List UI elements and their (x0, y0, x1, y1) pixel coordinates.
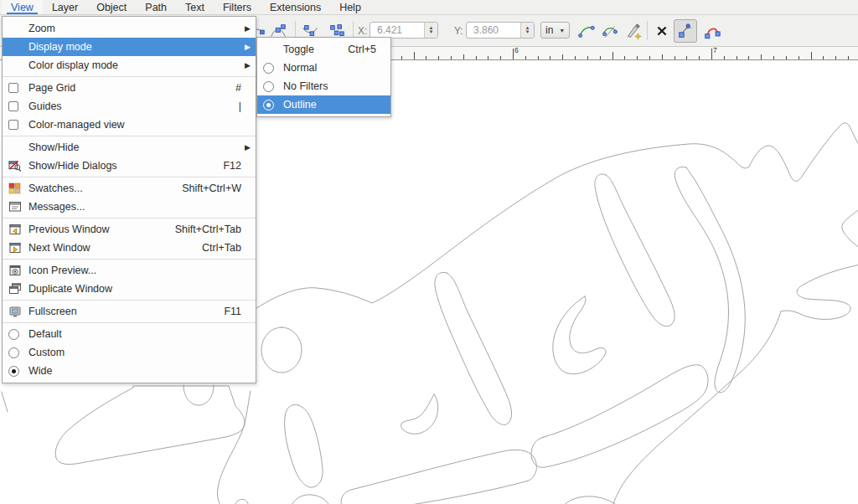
menu-item-normal[interactable]: Normal (257, 59, 390, 77)
symmetric-node-icon[interactable] (600, 21, 620, 41)
menubar-item-object[interactable]: Object (87, 0, 136, 14)
smooth-node-icon[interactable] (576, 21, 597, 41)
radio-wide[interactable] (8, 366, 19, 377)
menu-item-color-managed-view[interactable]: Color-managed view (3, 116, 256, 134)
menu-item-page-grid[interactable]: Page Grid# (3, 79, 256, 97)
transform-handles-icon[interactable] (652, 21, 672, 41)
menu-item-wide[interactable]: Wide (3, 362, 256, 380)
menu-item-show-hide[interactable]: Show/Hide▶ (3, 138, 256, 157)
ruler-tick (476, 56, 477, 59)
x-spin-buttons[interactable]: ▲▼ (424, 23, 437, 38)
menu-item-shortcut: # (220, 82, 241, 94)
menubar-item-text[interactable]: Text (176, 0, 214, 14)
checkbox-color-managed-view[interactable] (8, 120, 18, 130)
menu-item-custom[interactable]: Custom (3, 343, 256, 362)
submenu-arrow-icon: ▶ (241, 61, 251, 69)
menu-item-swatches[interactable]: Swatches...Shift+Ctrl+W (3, 179, 256, 198)
menubar-item-extensions[interactable]: Extensions (261, 0, 330, 14)
ruler-tick (835, 56, 836, 59)
ruler-tick (587, 56, 588, 59)
menu-separator (3, 218, 256, 219)
menu-item-toggle[interactable]: ToggleCtrl+5 (257, 40, 390, 59)
y-coordinate-spinbox[interactable]: 3.860 ▲▼ (466, 22, 535, 39)
messages-icon (8, 200, 22, 213)
menu-item-label: Show/Hide Dialogs (28, 160, 117, 172)
checkbox-page-grid[interactable] (8, 83, 18, 93)
ruler-tick (463, 54, 464, 60)
menu-item-label: Wide (28, 365, 52, 377)
radio-normal[interactable] (263, 63, 274, 74)
radio-default[interactable] (8, 329, 19, 340)
ruler-tick (737, 56, 737, 59)
menu-item-zoom[interactable]: Zoom▶ (3, 19, 256, 38)
y-coordinate-value: 3.860 (467, 24, 520, 36)
menu-item-icon-preview[interactable]: Icon Preview... (3, 261, 256, 280)
menu-item-label: Swatches... (28, 183, 83, 194)
menubar-item-layer[interactable]: Layer (43, 0, 87, 14)
show-handles-icon[interactable] (674, 19, 697, 43)
ruler-tick (451, 56, 452, 59)
ruler-tick (761, 54, 762, 60)
menu-item-guides[interactable]: Guides| (3, 97, 256, 116)
menu-separator (3, 177, 256, 177)
menubar-item-view[interactable]: View (2, 0, 43, 14)
menu-item-label: Page Grid (28, 82, 75, 94)
menu-separator (3, 322, 256, 323)
ruler-tick (624, 56, 625, 59)
ruler-tick (438, 56, 439, 59)
ruler-tick (538, 56, 539, 59)
menubar-item-help[interactable]: Help (330, 0, 370, 14)
menu-item-show-hide-dialogs[interactable]: Show/Hide DialogsF12 (3, 157, 256, 175)
ruler-tick (724, 56, 725, 59)
y-spin-buttons[interactable]: ▲▼ (520, 23, 534, 38)
effect-param-icon[interactable] (623, 21, 644, 41)
menu-item-fullscreen[interactable]: FullscreenF11 (3, 302, 256, 321)
menu-item-label: Next Window (28, 242, 90, 254)
menubar-item-filters[interactable]: Filters (214, 0, 261, 14)
menu-item-messages[interactable]: Messages... (3, 198, 256, 216)
menu-item-previous-window[interactable]: Previous WindowShift+Ctrl+Tab (3, 220, 256, 239)
ruler-tick (799, 56, 799, 59)
menubar: ViewLayerObjectPathTextFiltersExtensions… (0, 0, 858, 15)
display-mode-submenu: ToggleCtrl+5NormalNo FiltersOutline (256, 37, 391, 117)
ruler-tick (426, 56, 426, 59)
ruler-tick (811, 52, 812, 59)
path-outline-icon[interactable] (702, 21, 722, 41)
ruler-tick (562, 54, 563, 60)
ruler-tick (488, 56, 488, 59)
unit-dropdown[interactable]: in ▼ (540, 22, 570, 39)
next-window-icon (8, 241, 22, 255)
submenu-arrow-icon: ▶ (241, 24, 251, 33)
menu-item-shortcut: F12 (208, 160, 241, 172)
menu-separator (3, 136, 256, 136)
fullscreen-icon (8, 305, 22, 318)
menu-item-label: Custom (28, 347, 65, 358)
menu-item-label: Icon Preview... (28, 265, 96, 276)
menu-item-outline[interactable]: Outline (257, 95, 390, 114)
menubar-item-path[interactable]: Path (136, 0, 176, 14)
menu-item-color-display-mode[interactable]: Color display mode▶ (3, 56, 256, 75)
menu-item-shortcut: Shift+Ctrl+Tab (160, 224, 241, 235)
menu-item-label: Guides (28, 100, 62, 112)
menu-item-shortcut: | (224, 100, 241, 112)
x-coordinate-spinbox[interactable]: 6.421 ▲▼ (370, 22, 438, 39)
menu-item-label: Default (28, 328, 62, 340)
checkbox-guides[interactable] (8, 101, 18, 111)
menu-item-no-filters[interactable]: No Filters (257, 77, 390, 95)
radio-custom[interactable] (8, 347, 19, 358)
ruler-tick (525, 56, 526, 59)
menu-item-next-window[interactable]: Next WindowCtrl+Tab (3, 239, 256, 257)
submenu-arrow-icon: ▶ (241, 43, 251, 51)
radio-outline[interactable] (263, 100, 274, 111)
ruler-tick (823, 56, 824, 59)
ruler-tick (649, 56, 650, 59)
radio-no-filters[interactable] (263, 81, 274, 92)
menu-item-duplicate-window[interactable]: Duplicate Window (3, 280, 256, 298)
menu-item-label: Previous Window (28, 224, 110, 235)
ruler-tick (513, 49, 514, 59)
ruler-tick (550, 56, 550, 59)
ruler-tick (401, 56, 402, 59)
menu-separator (3, 300, 256, 301)
menu-item-default[interactable]: Default (3, 325, 256, 343)
menu-item-display-mode[interactable]: Display mode▶ (3, 38, 256, 56)
